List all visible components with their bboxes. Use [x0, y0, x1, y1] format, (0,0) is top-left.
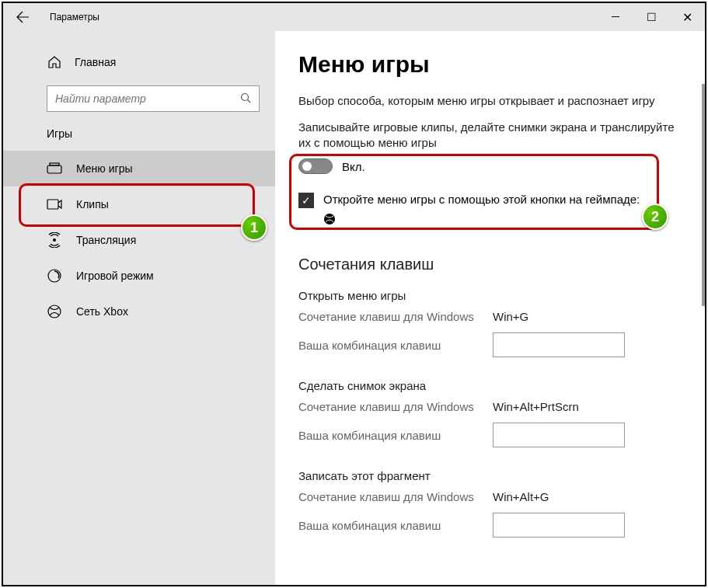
search-box[interactable] — [47, 85, 260, 112]
home-label: Главная — [75, 56, 116, 68]
back-arrow-icon — [16, 11, 29, 23]
sidebar-item-label: Трансляция — [76, 234, 136, 246]
shortcuts-heading: Сочетания клавиш — [298, 256, 682, 273]
svg-point-0 — [242, 93, 249, 100]
sidebar-item-label: Сеть Xbox — [76, 305, 128, 318]
minimize-button[interactable]: ─ — [598, 3, 633, 31]
sidebar-item-xbox[interactable]: Сеть Xbox — [3, 294, 275, 329]
maximize-button[interactable]: ☐ — [633, 3, 669, 31]
category-label: Игры — [3, 121, 275, 151]
shortcut-custom-label: Ваша комбинация клавиш — [298, 519, 493, 532]
shortcut-system-label: Сочетание клавиш для Windows — [298, 310, 493, 323]
gamepad-checkbox-label: Откройте меню игры с помощью этой кнопки… — [323, 193, 640, 206]
shortcut-title: Открыть меню игры — [298, 289, 682, 302]
gamebar-icon — [47, 161, 62, 176]
scrollbar[interactable] — [702, 84, 705, 306]
svg-rect-3 — [50, 163, 59, 165]
shortcut-custom-input[interactable] — [493, 423, 625, 447]
shortcut-custom-input[interactable] — [493, 513, 625, 538]
svg-rect-2 — [47, 165, 61, 173]
shortcut-custom-label: Ваша комбинация клавиш — [298, 339, 493, 352]
gamemode-icon — [47, 268, 62, 284]
xbox-button-icon — [323, 213, 682, 228]
gamebar-toggle[interactable] — [298, 158, 333, 174]
shortcut-system-value: Win+G — [493, 310, 528, 323]
shortcut-group-screenshot: Сделать снимок экрана Сочетание клавиш д… — [298, 379, 682, 447]
close-button[interactable]: ✕ — [669, 3, 705, 31]
annotation-badge-2: 2 — [642, 204, 668, 230]
shortcut-system-value: Win+Alt+PrtScrn — [493, 400, 579, 413]
toggle-label: Вкл. — [342, 160, 365, 173]
content-pane: Меню игры Выбор способа, которым меню иг… — [275, 31, 705, 585]
record-description: Записывайте игровые клипы, делайте снимк… — [298, 120, 682, 151]
sidebar-item-label: Игровой режим — [76, 270, 154, 282]
sidebar-item-gamemode[interactable]: Игровой режим — [3, 258, 275, 294]
title-bar: Параметры ─ ☐ ✕ — [3, 3, 705, 31]
xbox-icon — [47, 304, 62, 319]
sidebar-item-broadcast[interactable]: Трансляция — [3, 222, 275, 258]
shortcut-title: Сделать снимок экрана — [298, 379, 682, 392]
svg-point-8 — [324, 214, 335, 224]
shortcut-system-value: Win+Alt+G — [493, 490, 549, 503]
shortcut-system-label: Сочетание клавиш для Windows — [298, 490, 493, 503]
svg-point-5 — [53, 238, 56, 242]
search-input[interactable] — [55, 92, 240, 105]
svg-line-1 — [248, 99, 251, 103]
shortcut-group-record: Записать этот фрагмент Сочетание клавиш … — [298, 469, 682, 538]
search-icon — [240, 92, 251, 106]
back-button[interactable] — [3, 3, 42, 31]
clips-icon — [47, 197, 62, 212]
sidebar: Главная Игры Меню игры Клипы — [3, 31, 275, 585]
home-icon — [47, 55, 62, 69]
annotation-badge-1: 1 — [241, 214, 267, 241]
shortcut-custom-input[interactable] — [493, 332, 625, 357]
page-title: Меню игры — [298, 51, 682, 78]
gamepad-checkbox[interactable]: ✓ — [298, 193, 314, 208]
page-description: Выбор способа, которым меню игры открыва… — [298, 93, 682, 109]
svg-point-7 — [48, 305, 61, 318]
shortcut-title: Записать этот фрагмент — [298, 469, 682, 482]
shortcut-custom-label: Ваша комбинация клавиш — [298, 429, 493, 442]
sidebar-item-label: Клипы — [76, 198, 109, 210]
shortcut-system-label: Сочетание клавиш для Windows — [298, 400, 493, 413]
svg-rect-4 — [47, 200, 58, 209]
sidebar-item-label: Меню игры — [76, 162, 133, 175]
broadcast-icon — [47, 232, 62, 248]
home-nav[interactable]: Главная — [3, 47, 275, 78]
sidebar-item-gamebar[interactable]: Меню игры — [3, 151, 275, 186]
shortcut-group-open: Открыть меню игры Сочетание клавиш для W… — [298, 289, 682, 357]
sidebar-item-clips[interactable]: Клипы — [3, 186, 275, 222]
window-title: Параметры — [42, 12, 598, 23]
